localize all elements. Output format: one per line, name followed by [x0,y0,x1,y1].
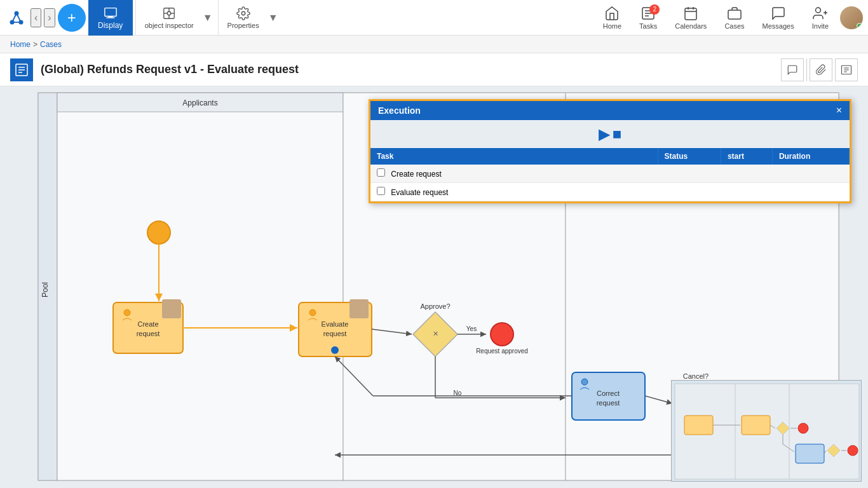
diagram-thumbnail [671,380,862,482]
svg-text:Create: Create [137,320,158,328]
attach-button[interactable] [810,58,832,81]
svg-point-10 [167,11,171,15]
page-icon [10,58,33,81]
execution-dialog-header: Execution × [370,101,850,120]
nav-invite-label: Invite [812,22,829,30]
svg-rect-89 [684,416,713,435]
stop-button[interactable]: ■ [613,125,622,143]
nav-home[interactable]: Home [597,3,628,32]
svg-text:Applicants: Applicants [182,98,217,107]
col-start: start [721,148,772,165]
invite-icon [813,6,828,21]
svg-text:✕: ✕ [433,330,438,337]
breadcrumb-cases[interactable]: Cases [40,40,62,49]
svg-rect-20 [685,8,696,20]
comment-button[interactable] [781,58,804,81]
properties-group: Properties ▼ [218,0,281,36]
task-checkbox[interactable] [377,187,385,195]
execution-dialog-title: Execution [378,105,421,116]
svg-point-95 [848,445,858,456]
col-duration: Duration [772,148,849,165]
object-inspector-button[interactable]: object inspector [140,0,199,36]
execution-dialog-close-button[interactable]: × [836,105,842,116]
object-inspector-label: object inspector [145,22,194,29]
properties-dropdown[interactable]: ▼ [266,11,281,25]
svg-rect-39 [57,93,343,480]
nav-cases[interactable]: Cases [718,3,750,32]
svg-rect-8 [106,17,114,18]
display-button[interactable]: Display [88,0,133,36]
display-label: Display [98,21,123,30]
plus-icon: + [67,9,76,27]
messages-icon [771,6,786,21]
comment-icon [787,64,798,76]
svg-text:Correct: Correct [597,390,620,397]
nav-messages[interactable]: Messages [756,3,801,32]
svg-rect-7 [108,16,112,17]
nav-calendars[interactable]: Calendars [668,3,713,32]
calendars-icon [683,6,698,21]
execution-dialog: Execution × ▶ ■ Task Status start Durati… [369,99,851,203]
properties-icon [236,6,250,20]
task-label: Evaluate request [391,188,448,197]
start-cell [721,165,772,183]
properties-button[interactable]: Properties [222,0,264,36]
svg-rect-56 [349,299,369,318]
nav-back-button[interactable]: ‹ [31,8,41,27]
stop-icon: ■ [613,125,622,142]
thumbnail-svg [672,381,862,482]
col-task: Task [370,148,658,165]
attach-icon [815,64,827,76]
svg-text:Approve?: Approve? [420,302,450,310]
page-actions [781,58,858,81]
properties-label: Properties [227,22,259,29]
user-avatar[interactable] [840,6,863,29]
execution-table: Task Status start Duration Create reques… [370,148,850,201]
status-cell [658,183,721,201]
page-header: (Global) Refunds Request v1 - Evaluate r… [0,53,868,86]
logo [5,6,28,29]
svg-point-72 [581,379,588,385]
home-icon [604,6,620,21]
svg-text:request: request [137,330,160,337]
svg-rect-90 [742,416,770,435]
svg-text:Pool: Pool [41,282,50,297]
svg-line-3 [12,13,17,22]
nav-forward-button[interactable]: › [44,8,55,27]
svg-point-64 [491,323,513,346]
play-button[interactable]: ▶ [599,125,610,143]
task-checkbox[interactable] [377,168,385,177]
nav-cases-label: Cases [724,22,744,30]
task-cell: Evaluate request [370,183,658,201]
breadcrumb-home[interactable]: Home [10,40,31,49]
nav-tasks[interactable]: 2 Tasks [633,3,663,32]
svg-text:request: request [323,330,347,337]
svg-line-4 [17,13,21,22]
add-button[interactable]: + [58,4,86,32]
cases-icon [727,6,742,21]
task-cell: Create request [370,165,658,183]
task-label: Create request [391,170,441,179]
svg-rect-93 [796,444,824,463]
online-indicator [857,23,862,29]
object-inspector-dropdown[interactable]: ▼ [200,11,215,25]
svg-point-55 [331,346,339,354]
col-status: Status [658,148,721,165]
page-title: (Global) Refunds Request v1 - Evaluate r… [41,63,781,76]
play-icon: ▶ [599,125,610,142]
object-inspector-group: object inspector ▼ [135,0,215,36]
tasks-badge: 2 [649,4,660,15]
canvas-area: Pool Applicants Create request Evaluate … [0,86,868,488]
svg-rect-6 [104,8,116,16]
list-button[interactable] [835,58,858,81]
svg-rect-49 [162,299,181,318]
svg-point-92 [798,423,808,433]
logo-icon [8,9,25,27]
execution-controls: ▶ ■ [370,120,850,148]
breadcrumb: Home > Cases [0,36,868,53]
nav-calendars-label: Calendars [675,22,707,30]
list-icon [841,64,852,76]
duration-cell [772,183,849,201]
svg-text:request: request [597,399,620,407]
nav-invite[interactable]: Invite [806,3,835,32]
